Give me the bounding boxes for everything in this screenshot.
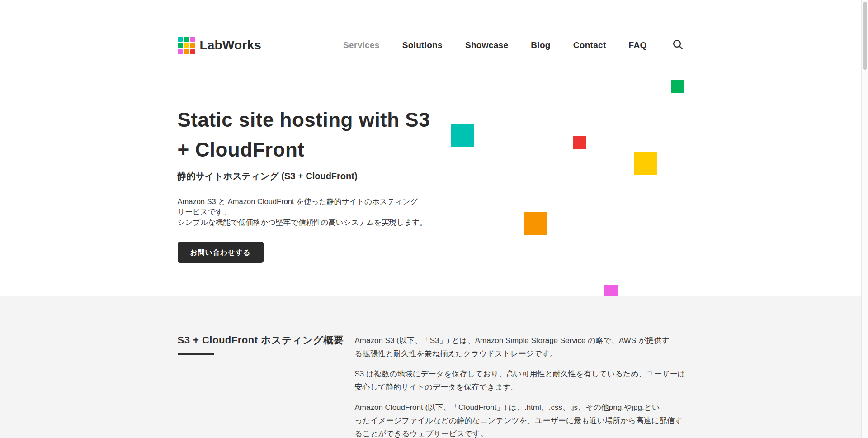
decor-square-teal xyxy=(451,124,474,147)
overview-body: Amazon S3 (以下、「S3」) とは、Amazon Simple Sto… xyxy=(355,334,685,438)
logo-grid-cell xyxy=(190,49,195,54)
logo-grid-cell xyxy=(178,37,183,42)
hero-title: Static site hosting with S3 + CloudFront xyxy=(178,105,684,165)
nav-item-showcase[interactable]: Showcase xyxy=(465,40,508,50)
logo-grid-cell xyxy=(184,37,189,42)
search-button[interactable] xyxy=(672,39,684,51)
overview-paragraph-1: Amazon S3 (以下、「S3」) とは、Amazon Simple Sto… xyxy=(355,334,685,360)
logo-grid-cell xyxy=(178,49,183,54)
main-nav: Services Solutions Showcase Blog Contact… xyxy=(343,40,646,50)
contact-cta-button[interactable]: お問い合わせする xyxy=(178,242,264,263)
logo-grid-cell xyxy=(190,43,195,48)
nav-item-solutions[interactable]: Solutions xyxy=(402,40,443,50)
logo-grid-icon xyxy=(178,37,195,54)
content-area: LabWorks Services Solutions Showcase Blo… xyxy=(0,0,861,438)
logo-grid-cell xyxy=(184,49,189,54)
overview-section: S3 + CloudFront ホスティング概要 Amazon S3 (以下、「… xyxy=(0,296,861,438)
logo-grid-cell xyxy=(190,37,195,42)
logo-grid-cell xyxy=(178,43,183,48)
nav-item-blog[interactable]: Blog xyxy=(531,40,550,50)
decor-square-green xyxy=(671,80,684,93)
brand-name: LabWorks xyxy=(200,38,261,52)
nav-item-services[interactable]: Services xyxy=(343,40,380,50)
overview-paragraph-3: Amazon CloudFront (以下、「CloudFront」) は、.h… xyxy=(355,401,685,438)
vertical-scrollbar[interactable] xyxy=(861,0,868,438)
logo[interactable]: LabWorks xyxy=(178,37,261,54)
nav-item-faq[interactable]: FAQ xyxy=(629,40,647,50)
page: LabWorks Services Solutions Showcase Blo… xyxy=(0,0,868,438)
overview-heading: S3 + CloudFront ホスティング概要 xyxy=(178,334,355,347)
hero-subtitle: 静的サイトホスティング (S3 + CloudFront) xyxy=(178,170,684,183)
decor-square-yellow xyxy=(634,152,657,175)
logo-grid-cell xyxy=(184,43,189,48)
hero-section: Static site hosting with S3 + CloudFront… xyxy=(178,105,684,263)
decor-square-orange xyxy=(524,212,547,235)
decor-square-red xyxy=(573,136,586,149)
overview-paragraph-2: S3 は複数の地域にデータを保存しており、高い可用性と耐久性を有しているため、ユ… xyxy=(355,367,685,394)
hero-description: Amazon S3 と Amazon CloudFront を使った静的サイトの… xyxy=(178,196,684,228)
scrollbar-thumb[interactable] xyxy=(863,2,867,70)
heading-underline xyxy=(178,353,214,355)
nav-item-contact[interactable]: Contact xyxy=(573,40,606,50)
search-icon xyxy=(672,39,684,52)
site-header: LabWorks Services Solutions Showcase Blo… xyxy=(178,0,684,54)
